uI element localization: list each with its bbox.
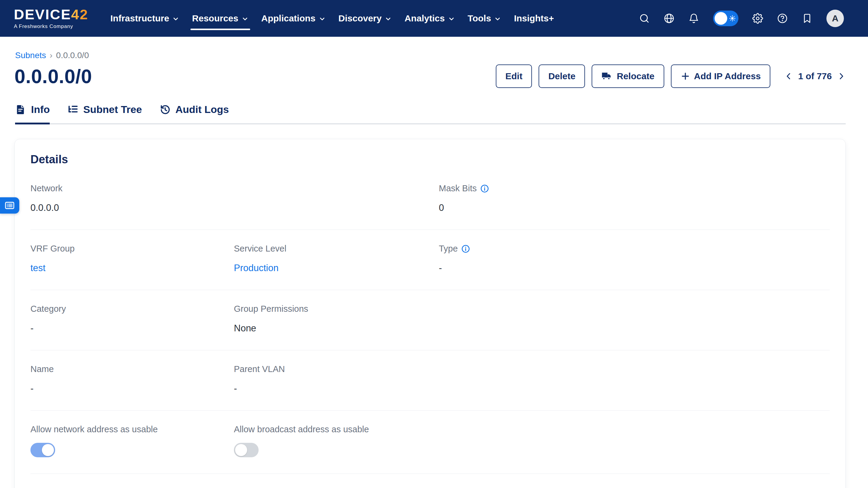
previous-record-button[interactable] [784, 72, 793, 81]
brand-tagline: A Freshworks Company [14, 24, 73, 30]
details-row-vrf: VRF Group test Service Level Production … [30, 230, 830, 290]
field-name: Name - [30, 364, 234, 394]
details-card: Details Network 0.0.0.0 Mask Bits 0 VRF … [14, 139, 846, 488]
field-value: 0 [439, 202, 830, 213]
bell-icon [688, 13, 699, 24]
field-category: Category - [30, 304, 234, 334]
nav-utility-area: A [639, 10, 844, 27]
field-label: Allow broadcast address as usable [234, 424, 439, 434]
delete-button[interactable]: Delete [538, 64, 585, 88]
field-network: Network 0.0.0.0 [30, 184, 234, 213]
field-value: - [30, 383, 234, 394]
info-icon[interactable] [461, 244, 470, 253]
tab-info[interactable]: Info [15, 104, 50, 123]
nav-item-insights[interactable]: Insights+ [507, 0, 560, 37]
tab-label: Subnet Tree [83, 104, 142, 116]
search-icon [639, 13, 650, 24]
relocate-label: Relocate [617, 71, 654, 82]
pagination-label: 1 of 776 [798, 71, 832, 82]
brand-name: DEVICE42 [14, 7, 88, 22]
tab-audit-logs[interactable]: Audit Logs [159, 104, 229, 123]
field-label: VRF Group [30, 244, 234, 254]
settings-button[interactable] [752, 13, 763, 24]
add-ip-address-button[interactable]: Add IP Address [671, 64, 771, 88]
nav-item-label: Analytics [404, 13, 444, 24]
chevron-left-icon [784, 72, 793, 81]
avatar[interactable]: A [827, 10, 844, 27]
tab-subnet-tree[interactable]: Subnet Tree [67, 104, 142, 123]
nav-item-tools[interactable]: Tools [461, 0, 508, 37]
nav-item-applications[interactable]: Applications [255, 0, 332, 37]
field-label: Type [439, 244, 458, 254]
edit-button[interactable]: Edit [496, 64, 532, 88]
info-icon[interactable] [480, 184, 489, 193]
toggle-knob [235, 444, 247, 456]
relocate-button[interactable]: Relocate [592, 64, 664, 88]
breadcrumb-current: 0.0.0.0/0 [56, 51, 89, 60]
field-value: 0.0.0.0 [30, 202, 234, 213]
field-value: None [234, 323, 439, 334]
details-row-toggles: Allow network address as usable Allow br… [30, 411, 830, 474]
vrf-group-link[interactable]: test [30, 263, 234, 273]
nav-item-discovery[interactable]: Discovery [332, 0, 398, 37]
field-value: - [30, 323, 234, 334]
allow-network-address-toggle[interactable] [30, 443, 55, 457]
nav-item-label: Infrastructure [110, 13, 169, 24]
chevron-down-icon [494, 15, 501, 23]
list-panel-icon [4, 200, 15, 211]
theme-toggle-knob [715, 12, 727, 25]
next-record-button[interactable] [837, 72, 846, 81]
theme-toggle[interactable] [713, 10, 738, 26]
field-type: Type - [439, 244, 830, 273]
bookmarks-button[interactable] [802, 13, 812, 24]
gear-icon [752, 13, 763, 24]
nav-item-label: Resources [192, 13, 238, 24]
plus-icon [681, 71, 690, 81]
field-service-level: Service Level Production [234, 244, 439, 273]
breadcrumb-separator: › [50, 51, 53, 60]
field-label: Group Permissions [234, 304, 439, 314]
brand-name-accent: 42 [71, 6, 88, 22]
tab-label: Audit Logs [176, 104, 229, 116]
service-level-link[interactable]: Production [234, 263, 439, 273]
tab-bar: Info Subnet Tree Audit Logs [15, 104, 846, 124]
field-label: Category [30, 304, 234, 314]
nav-item-label: Insights+ [514, 13, 554, 24]
search-button[interactable] [639, 13, 650, 24]
avatar-letter: A [832, 13, 838, 24]
chevron-right-icon [837, 72, 846, 81]
bookmark-icon [802, 13, 812, 24]
field-value: - [234, 383, 439, 394]
help-icon [777, 13, 788, 24]
document-icon [15, 104, 27, 116]
tab-label: Info [31, 104, 50, 116]
nav-item-label: Discovery [338, 13, 381, 24]
nav-item-label: Applications [261, 13, 315, 24]
help-button[interactable] [777, 13, 788, 24]
nav-item-infrastructure[interactable]: Infrastructure [104, 0, 186, 37]
brand-logo[interactable]: DEVICE42 A Freshworks Company [14, 7, 88, 30]
history-icon [159, 104, 171, 116]
details-row-category: Category - Group Permissions None [30, 290, 830, 350]
action-buttons: Edit Delete Relocate Add IP Address 1 of… [496, 64, 846, 88]
field-label: Parent VLAN [234, 364, 439, 374]
side-panel-toggle[interactable] [0, 197, 19, 214]
top-navbar: DEVICE42 A Freshworks Company Infrastruc… [0, 0, 868, 37]
field-vrf-group: VRF Group test [30, 244, 234, 273]
notifications-button[interactable] [688, 13, 699, 24]
chevron-down-icon [241, 15, 249, 23]
main-content: Subnets › 0.0.0.0/0 0.0.0.0/0 Edit Delet… [0, 51, 868, 488]
language-button[interactable] [664, 13, 675, 24]
page-header: 0.0.0.0/0 Edit Delete Relocate Add IP Ad… [14, 64, 846, 88]
details-row-name: Name - Parent VLAN - [30, 350, 830, 411]
details-row-network: Network 0.0.0.0 Mask Bits 0 [30, 170, 830, 230]
main-nav: Infrastructure Resources Applications Di… [104, 0, 560, 37]
brand-name-primary: DEVICE [14, 6, 71, 22]
breadcrumb-subnets-link[interactable]: Subnets [15, 51, 46, 60]
field-allow-broadcast-address: Allow broadcast address as usable [234, 424, 439, 457]
nav-item-analytics[interactable]: Analytics [398, 0, 461, 37]
allow-broadcast-address-toggle[interactable] [234, 443, 258, 457]
chevron-down-icon [384, 15, 392, 23]
nav-item-resources[interactable]: Resources [186, 0, 255, 37]
field-mask-bits: Mask Bits 0 [439, 184, 830, 213]
